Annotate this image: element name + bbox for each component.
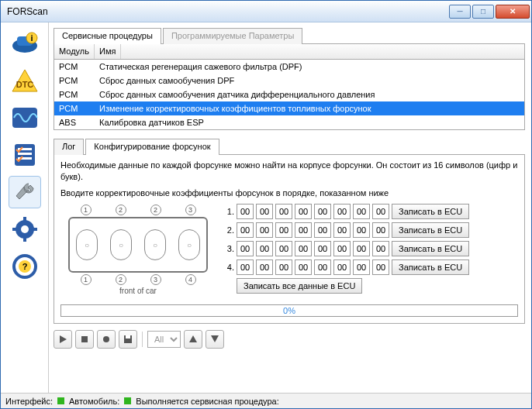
- procedure-list: PCMСтатическая регенерация сажевого филь…: [54, 60, 525, 130]
- separator: [142, 332, 143, 347]
- table-row[interactable]: PCMСброс данных самообучения DPF: [54, 74, 524, 88]
- subtab-log[interactable]: Лог: [54, 139, 84, 155]
- injector-row-3: 3. Записать в ECU: [223, 241, 469, 256]
- status-car-label: Автомобиль:: [69, 397, 119, 406]
- down-button[interactable]: [206, 330, 224, 349]
- desc-text-1: Необходимые данные по каждой форсунке мо…: [60, 160, 518, 183]
- steering-icon[interactable]: ?: [9, 250, 41, 283]
- hex-input[interactable]: [256, 222, 273, 238]
- front-label: front of car: [119, 287, 157, 295]
- hex-input[interactable]: [353, 222, 370, 238]
- progress-percent: 0%: [283, 306, 295, 315]
- hex-input[interactable]: [372, 241, 389, 256]
- svg-rect-16: [33, 228, 37, 231]
- config-panel: Необходимые данные по каждой форсунке мо…: [54, 155, 525, 324]
- filter-select[interactable]: All: [147, 331, 181, 348]
- up-button[interactable]: [184, 330, 202, 349]
- th-name[interactable]: Имя: [95, 44, 121, 59]
- hex-input[interactable]: [333, 204, 351, 219]
- write-ecu-button-2[interactable]: Записать в ECU: [392, 222, 469, 238]
- hex-input[interactable]: [295, 259, 312, 275]
- svg-rect-14: [23, 237, 26, 242]
- svg-text:?: ?: [22, 262, 27, 271]
- hex-input[interactable]: [237, 204, 254, 219]
- hex-input[interactable]: [314, 259, 331, 275]
- hex-input[interactable]: [295, 241, 312, 256]
- hex-input[interactable]: [275, 222, 292, 238]
- hex-input[interactable]: [353, 204, 370, 219]
- window-body: i DTC ? Сервисные процедуры: [1, 22, 531, 393]
- up-icon: [189, 335, 197, 342]
- table-row[interactable]: PCMСтатическая регенерация сажевого филь…: [54, 60, 524, 74]
- status-interface-label: Интерфейс:: [5, 397, 53, 406]
- stop-button[interactable]: [75, 330, 94, 349]
- engine-diagram: 1223 ○ ○ ○ ○ 1234 front of car: [60, 204, 216, 297]
- down-icon: [211, 335, 219, 342]
- hex-input[interactable]: [275, 241, 292, 256]
- diagram-top-numbers: 1223: [68, 204, 208, 215]
- window-buttons: ─ □ ✕: [449, 5, 530, 19]
- vehicle-icon[interactable]: i: [9, 27, 41, 60]
- gear-icon[interactable]: [9, 213, 41, 246]
- hex-input[interactable]: [353, 259, 370, 275]
- sidebar: i DTC ?: [1, 22, 49, 393]
- hex-input[interactable]: [314, 222, 331, 238]
- table-row[interactable]: ABSКалибровка датчиков ESP: [54, 115, 524, 129]
- svg-rect-9: [18, 153, 32, 155]
- minimize-button[interactable]: ─: [449, 5, 471, 19]
- hex-input[interactable]: [237, 241, 254, 256]
- hex-input[interactable]: [295, 222, 312, 238]
- write-ecu-button-4[interactable]: Записать в ECU: [392, 259, 469, 275]
- cylinder-icon: ○: [76, 229, 98, 260]
- hex-input[interactable]: [333, 259, 351, 275]
- hex-input[interactable]: [256, 259, 273, 275]
- table-row[interactable]: PCMСброс данных самообучения датчика диф…: [54, 88, 524, 101]
- hex-input[interactable]: [295, 204, 312, 219]
- table-header: Модуль Имя: [54, 44, 525, 60]
- cylinder-icon: ○: [144, 229, 166, 260]
- injector-grid: 1223 ○ ○ ○ ○ 1234 front of car: [60, 204, 518, 297]
- dtc-icon[interactable]: DTC: [9, 64, 41, 97]
- hex-input[interactable]: [372, 259, 389, 275]
- tab-params[interactable]: Программируемые Параметры: [163, 28, 302, 44]
- wrench-icon[interactable]: [9, 176, 41, 208]
- hex-input[interactable]: [237, 222, 254, 238]
- tab-service[interactable]: Сервисные процедуры: [54, 28, 161, 44]
- play-button[interactable]: [54, 330, 72, 349]
- hex-input[interactable]: [237, 259, 254, 275]
- hex-input[interactable]: [256, 204, 273, 219]
- hex-input[interactable]: [256, 241, 273, 256]
- table-row[interactable]: PCMИзменение корректировочных коэффициен…: [54, 101, 524, 115]
- svg-rect-25: [126, 335, 130, 339]
- hex-input[interactable]: [333, 241, 351, 256]
- window-title: FORScan: [7, 6, 449, 17]
- hex-input[interactable]: [314, 204, 331, 219]
- hex-input[interactable]: [314, 241, 331, 256]
- hex-input[interactable]: [275, 204, 292, 219]
- save-button[interactable]: [119, 330, 137, 349]
- hex-input[interactable]: [372, 222, 389, 238]
- desc-text-2: Вводите корректировочные коэффициенты фо…: [60, 187, 518, 199]
- status-message: Выполняется сервисная процедура:: [136, 397, 278, 406]
- write-all-button[interactable]: Записать все данные в ECU: [237, 278, 362, 294]
- app-window: FORScan ─ □ ✕ i DTC: [0, 0, 532, 409]
- th-module[interactable]: Модуль: [54, 44, 95, 59]
- svg-point-23: [103, 336, 109, 342]
- svg-point-12: [21, 225, 29, 233]
- checklist-icon[interactable]: [9, 139, 41, 171]
- hex-input[interactable]: [333, 222, 351, 238]
- main-area: Сервисные процедуры Программируемые Пара…: [49, 22, 531, 393]
- record-button[interactable]: [97, 330, 116, 349]
- maximize-button[interactable]: □: [472, 5, 494, 19]
- status-indicator-green: [57, 397, 64, 404]
- hex-input[interactable]: [353, 241, 370, 256]
- write-ecu-button-3[interactable]: Записать в ECU: [392, 241, 469, 256]
- hex-input[interactable]: [372, 204, 389, 219]
- subtab-config[interactable]: Конфигурирование форсунок: [85, 139, 219, 155]
- wave-icon[interactable]: [9, 101, 41, 134]
- write-ecu-button-1[interactable]: Записать в ECU: [392, 204, 469, 219]
- close-button[interactable]: ✕: [496, 5, 530, 19]
- svg-rect-15: [12, 228, 17, 231]
- hex-input[interactable]: [275, 259, 292, 275]
- engine-block: ○ ○ ○ ○: [68, 217, 208, 273]
